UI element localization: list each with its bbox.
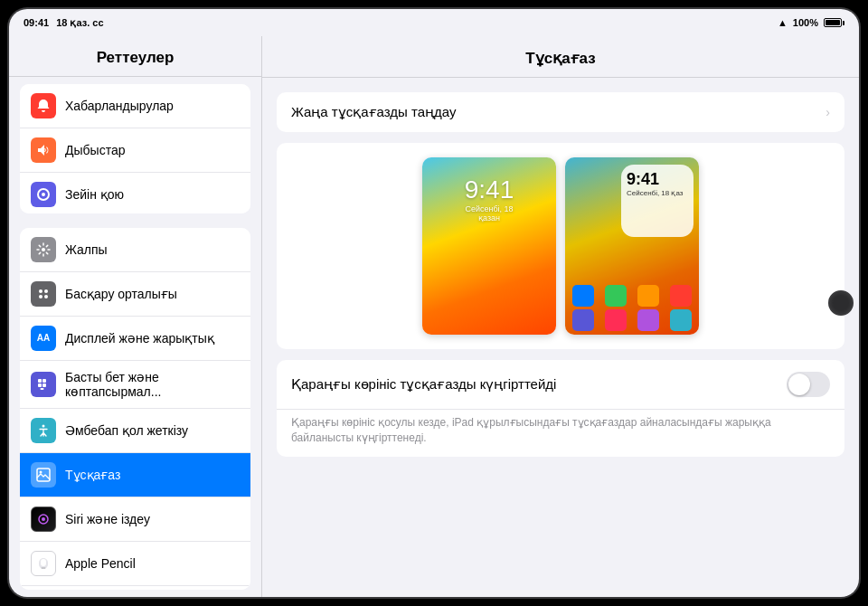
sidebar-title: Реттеулер — [9, 36, 261, 77]
svg-point-15 — [42, 517, 45, 521]
sidebar-group-1: Хабарландырулар Дыбыстар — [20, 84, 250, 213]
sidebar-item-touch-id[interactable]: Touch ID және құпиякод — [20, 586, 250, 590]
sidebar-item-home-screen-label: Басты бет және көптапсырмал... — [65, 370, 240, 399]
sidebar-item-sounds[interactable]: Дыбыстар — [20, 128, 250, 173]
select-wallpaper-item[interactable]: Жаңа тұсқағазды таңдау › — [277, 92, 844, 132]
sidebar-item-notifications-label: Хабарландырулар — [65, 99, 174, 113]
sidebar-item-display-label: Дисплей және жарықтық — [65, 331, 214, 346]
sidebar-item-accessibility[interactable]: Әмбебап қол жеткізу — [20, 409, 250, 453]
widget-time: 9:41 — [627, 170, 688, 189]
home-screen-icon — [31, 372, 56, 397]
sidebar-item-notifications[interactable]: Хабарландырулар — [20, 84, 250, 128]
sidebar-item-display[interactable]: AA Дисплей және жарықтық — [20, 317, 250, 361]
svg-rect-7 — [42, 379, 46, 383]
focus-icon — [31, 182, 56, 207]
dark-mode-toggle[interactable] — [787, 372, 830, 397]
sounds-icon — [31, 137, 56, 163]
detail-pane: Тұсқағаз Жаңа тұсқағазды таңдау › 9:41 — [262, 36, 859, 597]
wallpaper-preview: 9:41 Сейсенбі, 18 қазан 9:41 Сейсенбі, 1… — [277, 143, 844, 349]
status-date: 18 қаз. сс — [56, 17, 103, 29]
lock-time: 9:41 — [456, 175, 523, 204]
dark-mode-label: Қараңғы көрініс тұсқағазды күңгірттейді — [291, 376, 556, 393]
sidebar-item-accessibility-label: Әмбебап қол жеткізу — [65, 423, 188, 438]
svg-rect-10 — [41, 388, 44, 390]
dark-mode-item: Қараңғы көрініс тұсқағазды күңгірттейді — [277, 360, 844, 410]
app-icon — [670, 309, 692, 331]
display-icon: AA — [31, 326, 56, 351]
wifi-icon: ▲ — [778, 17, 788, 28]
sidebar-item-sounds-label: Дыбыстар — [65, 143, 125, 157]
lock-date: Сейсенбі, 18 қазан — [456, 204, 523, 223]
toggle-knob — [788, 374, 810, 395]
svg-point-13 — [40, 470, 42, 473]
home-icons-grid — [569, 285, 695, 331]
dark-mode-description: Қараңғы көрініс қосулы кезде, iPad құрыл… — [277, 410, 844, 457]
sidebar-item-control-center-label: Басқару орталығы — [65, 287, 177, 301]
sidebar-item-focus-label: Зейін қою — [65, 187, 124, 202]
lock-time-display: 9:41 Сейсенбі, 18 қазан — [456, 175, 523, 223]
svg-rect-9 — [42, 383, 46, 387]
home-widget: 9:41 Сейсенбі, 18 қаз — [621, 165, 693, 237]
control-center-icon — [31, 281, 56, 307]
sidebar-item-focus[interactable]: Зейін қою — [20, 173, 250, 213]
status-bar: 09:41 18 қаз. сс ▲ 100% — [9, 9, 859, 36]
battery-icon — [824, 18, 844, 27]
wallpaper-icon — [31, 462, 56, 488]
select-wallpaper-label: Жаңа тұсқағазды таңдау — [291, 104, 456, 120]
sidebar-item-general[interactable]: Жалпы — [20, 228, 250, 272]
battery-percent: 100% — [793, 17, 818, 28]
sidebar-item-general-label: Жалпы — [65, 242, 108, 257]
app-icon — [637, 309, 659, 331]
sidebar-item-apple-pencil[interactable]: Apple Pencil — [20, 542, 250, 586]
select-wallpaper-row: Жаңа тұсқағазды таңдау › — [277, 92, 844, 132]
svg-rect-6 — [38, 379, 42, 383]
svg-rect-17 — [41, 559, 46, 566]
svg-point-3 — [44, 289, 48, 293]
sidebar-item-wallpaper[interactable]: Тұсқағаз — [20, 453, 250, 497]
sidebar: Реттеулер Хабарландырулар — [9, 36, 262, 597]
home-button[interactable] — [828, 290, 854, 316]
widget-date: Сейсенбі, 18 қаз — [627, 189, 688, 197]
siri-icon — [31, 507, 56, 532]
app-icon — [572, 309, 594, 331]
lock-screen-preview[interactable]: 9:41 Сейсенбі, 18 қазан — [422, 157, 556, 335]
detail-title: Тұсқағаз — [262, 36, 859, 78]
svg-point-11 — [42, 424, 45, 427]
sidebar-item-home-screen[interactable]: Басты бет және көптапсырмал... — [20, 361, 250, 409]
app-icon — [605, 285, 627, 307]
status-time: 09:41 — [24, 17, 49, 28]
main-content: Реттеулер Хабарландырулар — [9, 36, 859, 597]
status-right: ▲ 100% — [778, 17, 844, 28]
general-icon — [31, 237, 56, 262]
app-icon — [637, 285, 659, 307]
apple-pencil-icon — [31, 551, 56, 576]
sidebar-item-siri-label: Siri және іздеу — [65, 512, 150, 526]
home-screen-preview[interactable]: 9:41 Сейсенбі, 18 қаз — [565, 157, 699, 335]
sidebar-item-wallpaper-label: Тұсқағаз — [65, 468, 120, 482]
svg-point-2 — [39, 289, 42, 293]
sidebar-group-2: Жалпы Басқару орталығы — [20, 228, 250, 590]
svg-point-4 — [39, 295, 42, 298]
svg-rect-12 — [37, 469, 50, 481]
svg-rect-8 — [38, 383, 42, 387]
svg-point-5 — [44, 295, 48, 298]
svg-rect-18 — [42, 567, 46, 569]
app-icon — [605, 309, 627, 331]
status-left: 09:41 18 қаз. сс — [24, 17, 104, 29]
accessibility-icon — [31, 418, 56, 443]
detail-content: Жаңа тұсқағазды таңдау › 9:41 Сейсенбі, … — [262, 78, 859, 597]
notifications-icon — [31, 93, 56, 118]
svg-point-1 — [42, 248, 45, 251]
chevron-right-icon: › — [826, 105, 830, 119]
dark-mode-row: Қараңғы көрініс тұсқағазды күңгірттейді … — [277, 360, 844, 457]
app-icon — [670, 285, 692, 307]
app-icon — [572, 285, 594, 307]
sidebar-item-control-center[interactable]: Басқару орталығы — [20, 272, 250, 317]
sidebar-item-siri[interactable]: Siri және іздеу — [20, 497, 250, 542]
sidebar-item-apple-pencil-label: Apple Pencil — [65, 556, 136, 571]
